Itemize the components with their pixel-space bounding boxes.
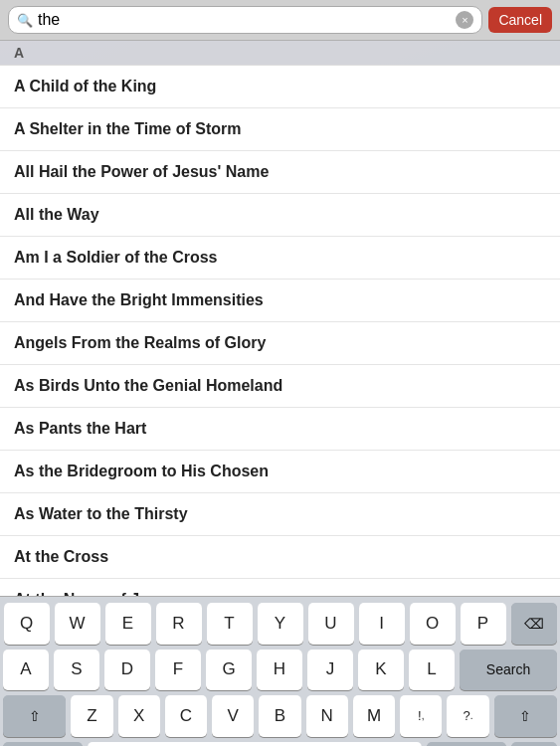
key-s[interactable]: S <box>54 650 99 691</box>
key-n[interactable]: N <box>306 695 348 737</box>
key-b[interactable]: B <box>259 695 300 737</box>
list-item[interactable]: At the Cross <box>0 536 560 579</box>
list-item[interactable]: And Have the Bright Immensities <box>0 280 560 322</box>
key-y[interactable]: Y <box>258 603 303 645</box>
key-c[interactable]: C <box>165 695 207 737</box>
backspace-key[interactable]: ⌫ <box>511 603 557 645</box>
key-question-period[interactable]: ?. <box>447 695 488 737</box>
search-results-list: A A Child of the King A Shelter in the T… <box>0 41 560 596</box>
key-a[interactable]: A <box>3 650 49 691</box>
list-item[interactable]: As the Bridegroom to His Chosen <box>0 451 560 493</box>
key-z[interactable]: Z <box>71 695 112 737</box>
keyboard-row-2: A S D F G H J K L Search <box>3 650 557 691</box>
key-v[interactable]: V <box>212 695 254 737</box>
key-e[interactable]: E <box>105 603 151 645</box>
space-key[interactable]: space <box>88 742 422 747</box>
emoji-key[interactable]: ⌨ <box>511 742 557 747</box>
list-item[interactable]: All the Way <box>0 194 560 237</box>
key-g[interactable]: G <box>206 650 252 691</box>
key-d[interactable]: D <box>104 650 150 691</box>
search-bar: 🔍 × Cancel <box>0 0 560 41</box>
search-key[interactable]: Search <box>460 650 557 691</box>
key-m[interactable]: M <box>353 695 395 737</box>
search-input[interactable] <box>38 11 451 29</box>
list-item[interactable]: As Pants the Hart <box>0 408 560 451</box>
list-item[interactable]: At the Name of Jesus <box>0 579 560 596</box>
symbols-right-key[interactable]: .?123 <box>427 742 506 747</box>
key-u[interactable]: U <box>308 603 354 645</box>
list-item[interactable]: Am I a Soldier of the Cross <box>0 237 560 280</box>
clear-button[interactable]: × <box>456 11 473 29</box>
keyboard: Q W E R T Y U I O P ⌫ A S D F G H J K L … <box>0 596 560 746</box>
key-j[interactable]: J <box>307 650 353 691</box>
key-r[interactable]: R <box>156 603 202 645</box>
search-input-wrapper: 🔍 × <box>8 6 482 34</box>
key-i[interactable]: I <box>359 603 405 645</box>
key-f[interactable]: F <box>155 650 201 691</box>
key-t[interactable]: T <box>207 603 253 645</box>
key-q[interactable]: Q <box>4 603 50 645</box>
keyboard-row-3: ⇧ Z X C V B N M !, ?. ⇧ <box>3 695 557 737</box>
keyboard-row-4: .?123 space .?123 ⌨ <box>3 742 557 747</box>
section-a-group: A Child of the King A Shelter in the Tim… <box>0 65 560 596</box>
shift-right-key[interactable]: ⇧ <box>494 695 557 737</box>
list-item[interactable]: A Shelter in the Time of Storm <box>0 108 560 151</box>
list-item[interactable]: A Child of the King <box>0 66 560 108</box>
key-p[interactable]: P <box>461 603 506 645</box>
key-o[interactable]: O <box>410 603 456 645</box>
key-exclaim-comma[interactable]: !, <box>400 695 442 737</box>
cancel-button[interactable]: Cancel <box>488 7 552 33</box>
shift-left-key[interactable]: ⇧ <box>3 695 66 737</box>
search-icon: 🔍 <box>17 13 33 28</box>
key-k[interactable]: K <box>358 650 404 691</box>
list-item[interactable]: All Hail the Power of Jesus' Name <box>0 151 560 194</box>
key-l[interactable]: L <box>409 650 455 691</box>
key-w[interactable]: W <box>55 603 100 645</box>
list-item[interactable]: Angels From the Realms of Glory <box>0 322 560 365</box>
keyboard-row-1: Q W E R T Y U I O P ⌫ <box>3 603 557 645</box>
symbols-left-key[interactable]: .?123 <box>3 742 83 747</box>
list-item[interactable]: As Water to the Thirsty <box>0 493 560 536</box>
key-h[interactable]: H <box>257 650 302 691</box>
section-header-a: A <box>0 41 560 65</box>
list-item[interactable]: As Birds Unto the Genial Homeland <box>0 365 560 408</box>
key-x[interactable]: X <box>118 695 160 737</box>
